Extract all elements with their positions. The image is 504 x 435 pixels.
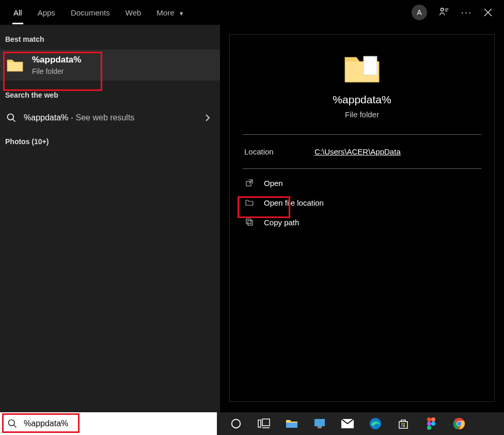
actions-list: Open Open file location Copy path [230, 169, 494, 236]
action-open-label: Open [264, 179, 283, 188]
chevron-right-icon [204, 114, 214, 122]
svg-rect-11 [314, 419, 325, 426]
svg-rect-9 [262, 419, 270, 426]
svg-rect-5 [246, 219, 251, 224]
svg-rect-2 [364, 56, 377, 75]
svg-point-22 [431, 422, 435, 426]
action-open[interactable]: Open [230, 173, 494, 193]
app-icon[interactable] [313, 417, 326, 430]
top-bar: All Apps Documents Web More ▼ A ··· [0, 0, 504, 25]
web-search-result[interactable]: %appdata% - See web results [0, 105, 220, 130]
svg-point-0 [441, 8, 444, 11]
svg-rect-17 [401, 425, 403, 427]
web-query: %appdata% [24, 113, 68, 122]
avatar-letter: A [412, 5, 427, 20]
preview-pane: %appdata% File folder Location C:\Users\… [220, 25, 504, 412]
svg-rect-15 [401, 423, 403, 425]
file-explorer-icon[interactable] [285, 417, 298, 430]
svg-point-20 [431, 417, 435, 422]
web-suffix: - See web results [68, 113, 134, 122]
result-title: %appdata% [32, 55, 81, 65]
feedback-icon[interactable] [438, 7, 450, 18]
tab-more-label: More [156, 8, 174, 17]
folder-icon [244, 198, 255, 207]
tab-web[interactable]: Web [119, 3, 148, 22]
svg-point-6 [9, 420, 15, 426]
svg-rect-4 [248, 221, 253, 225]
result-text: %appdata% File folder [32, 55, 81, 75]
svg-point-26 [457, 422, 461, 426]
account-avatar[interactable]: A [412, 5, 427, 20]
best-match-result[interactable]: %appdata% File folder [0, 50, 220, 81]
close-icon[interactable] [483, 8, 493, 17]
store-icon[interactable] [397, 417, 410, 430]
figma-icon[interactable] [424, 417, 438, 430]
tab-more[interactable]: More ▼ [150, 3, 190, 22]
tab-documents[interactable]: Documents [65, 3, 116, 22]
taskbar-search[interactable] [0, 412, 217, 435]
search-input[interactable] [24, 419, 210, 428]
svg-rect-12 [318, 426, 322, 428]
search-tabs: All Apps Documents Web More ▼ [7, 3, 412, 22]
svg-point-7 [232, 420, 241, 428]
mail-icon[interactable] [341, 417, 354, 430]
folder-icon [6, 58, 24, 72]
svg-rect-8 [258, 420, 261, 427]
tab-all[interactable]: All [7, 3, 28, 22]
location-path[interactable]: C:\Users\ACER\AppData [314, 147, 401, 156]
preview-box: %appdata% File folder Location C:\Users\… [229, 34, 495, 402]
svg-point-23 [427, 426, 431, 430]
preview-title: %appdata% [333, 94, 391, 106]
top-icons: A ··· [412, 5, 497, 20]
edge-icon[interactable] [369, 417, 382, 430]
svg-point-21 [427, 422, 431, 426]
search-web-header: Search the web [0, 81, 220, 105]
search-icon [7, 418, 18, 429]
chevron-down-icon: ▼ [179, 10, 184, 17]
taskbar [0, 412, 504, 435]
action-open-location[interactable]: Open file location [230, 193, 494, 212]
folder-large-icon [342, 52, 382, 85]
cortana-icon[interactable] [229, 417, 243, 430]
action-open-location-label: Open file location [264, 198, 324, 207]
chrome-icon[interactable] [452, 417, 466, 430]
search-icon [6, 113, 17, 123]
svg-rect-18 [403, 425, 405, 427]
more-options-icon[interactable]: ··· [461, 7, 472, 18]
result-sub: File folder [32, 67, 81, 75]
svg-rect-16 [403, 423, 405, 425]
location-label: Location [244, 147, 314, 156]
svg-point-19 [427, 417, 431, 422]
main-area: Best match %appdata% File folder Search … [0, 25, 504, 412]
svg-rect-10 [286, 423, 297, 428]
svg-point-1 [8, 114, 14, 120]
tab-apps[interactable]: Apps [32, 3, 61, 22]
task-view-icon[interactable] [257, 417, 271, 430]
best-match-header: Best match [0, 31, 220, 50]
preview-sub: File folder [345, 110, 379, 119]
action-copy-path-label: Copy path [264, 218, 299, 227]
open-icon [244, 178, 255, 188]
photos-header[interactable]: Photos (10+) [0, 130, 220, 152]
results-pane: Best match %appdata% File folder Search … [0, 25, 220, 412]
copy-icon [244, 218, 255, 227]
location-row: Location C:\Users\ACER\AppData [230, 135, 494, 168]
taskbar-icons [217, 412, 466, 435]
action-copy-path[interactable]: Copy path [230, 212, 494, 232]
